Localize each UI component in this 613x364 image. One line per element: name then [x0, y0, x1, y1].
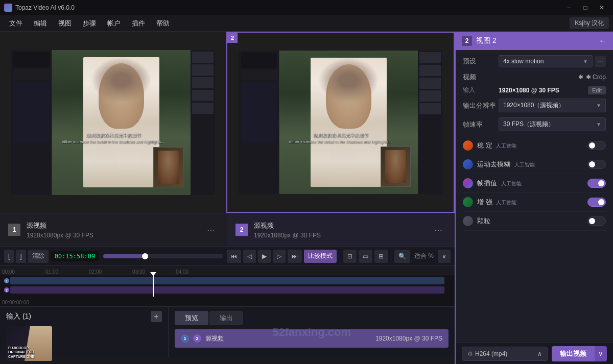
chevron-down-icon-fps: ▼ [596, 122, 601, 127]
menu-plugins[interactable]: 插件 [127, 17, 150, 30]
bracket-open-btn[interactable]: [ [4, 250, 14, 263]
settings-arrow-btn[interactable]: ← [599, 36, 607, 45]
preset-more-btn[interactable]: ··· [595, 56, 606, 67]
video-content-2: 期则加剧彩和高光中的细节 either increase the detail … [227, 33, 454, 212]
motion-blur-icon [463, 159, 473, 169]
input-info-value: 1920×1080 @ 30 FPS [499, 87, 588, 94]
input-thumbnail[interactable]: FUJICOLOR ORIGINAL FOR CAPTURE ONE [6, 326, 52, 361]
tab-output[interactable]: 输出 [209, 311, 243, 325]
output-tabs: 预览 输出 [175, 311, 449, 325]
output-res-label: 输出分辨率 [463, 101, 499, 110]
thumb-text: FUJICOLOR ORIGINAL FOR CAPTURE ONE [8, 346, 34, 359]
preset-select[interactable]: 4x slow motion ▼ [499, 55, 593, 67]
video-panel-1[interactable]: 期则加剧彩和高光中的细节 either increase the detail … [0, 32, 226, 213]
maximize-button[interactable]: □ [578, 3, 593, 13]
export-video-button[interactable]: 输出视频 [552, 346, 595, 361]
info-badge-2: 2 [235, 224, 248, 236]
output-res-row: 输出分辨率 1920×1080（源视频） ▼ [463, 99, 606, 112]
timeline-track-2[interactable] [10, 286, 444, 294]
export-dropdown-button[interactable]: ∨ [595, 346, 607, 361]
video-info-1: 1 源视频 1920x1080px @ 30 FPS ⋯ [0, 213, 227, 246]
skip-start-btn[interactable]: ⏮ [227, 250, 241, 263]
frame-interpolation-label: 帧插值 人工智能 [477, 179, 587, 188]
info-more-1[interactable]: ⋯ [203, 223, 219, 237]
app-title: Topaz Video AI v6.0.0 [15, 4, 75, 11]
scrubber-thumb[interactable] [142, 253, 148, 259]
compare-mode-btn[interactable]: 比较模式 [304, 250, 337, 263]
vid-corner-person-1 [158, 151, 178, 184]
frame-rate-value: 30 FPS（源视频） [503, 120, 596, 129]
enhance-toggle[interactable] [587, 198, 606, 207]
vid-right-1 [191, 50, 215, 195]
motion-blur-toggle[interactable] [587, 160, 606, 169]
preset-control: 4x slow motion ▼ ··· [499, 55, 606, 67]
aspect-ratio-2-btn[interactable]: ▭ [359, 250, 372, 263]
output-res-select[interactable]: 1920×1080（源视频） ▼ [499, 99, 606, 112]
menu-account[interactable]: 帐户 [102, 17, 126, 30]
video-info-2: 2 源视频 1920x1080px @ 30 FPS ⋯ [227, 213, 455, 246]
frame-rate-select[interactable]: 30 FPS（源视频） ▼ [499, 117, 606, 131]
fullscreen-btn[interactable]: ⊞ [374, 250, 388, 263]
subtitles-2: 期则加剧彩和高光中的细节 either increase the detail … [227, 132, 454, 144]
frame-interpolation-toggle[interactable] [587, 179, 606, 188]
add-input-button[interactable]: + [151, 311, 162, 322]
step-fwd-btn[interactable]: ▷ [273, 250, 286, 263]
menu-file[interactable]: 文件 [4, 17, 28, 30]
menu-edit[interactable]: 编辑 [29, 17, 52, 30]
clear-btn[interactable]: 清除 [28, 250, 49, 263]
video-panel-2[interactable]: 期则加剧彩和高光中的细节 either increase the detail … [226, 32, 455, 213]
grain-label: 颗粒 [477, 216, 587, 226]
info-more-2[interactable]: ⋯ [430, 223, 446, 237]
stabilize-icon [463, 140, 473, 151]
menu-view[interactable]: 视图 [53, 17, 77, 30]
video-panels: 期则加剧彩和高光中的细节 either increase the detail … [0, 32, 455, 213]
tab-preview[interactable]: 预览 [175, 311, 208, 325]
chevron-down-icon-res: ▼ [596, 103, 601, 108]
vid-sidebar-1 [11, 50, 52, 195]
zoom-dropdown-btn[interactable]: ∨ [438, 250, 451, 263]
enhance-label: 增 强 人工智能 [477, 198, 587, 207]
scrubber-fill [103, 254, 145, 258]
close-button[interactable]: ✕ [595, 3, 609, 13]
info-res-2: 1920x1080px @ 30 FPS [254, 232, 430, 239]
feature-stabilize: 稳 定 人工智能 [463, 136, 606, 155]
chevron-up-icon: ∧ [537, 350, 542, 357]
play-btn[interactable]: ▶ [258, 250, 271, 263]
aspect-ratio-1-btn[interactable]: ⊡ [343, 250, 357, 263]
video-section-label: 视频 [463, 72, 476, 82]
timeline-playhead[interactable] [153, 275, 154, 297]
menu-steps[interactable]: 步骤 [78, 17, 101, 30]
timeline-ruler: 00:00 01:00 02:00 03:00 04:00 [0, 266, 455, 275]
timeline-badge-2: 2 [4, 287, 9, 293]
info-res-1: 1920x1080px @ 30 FPS [27, 232, 203, 239]
feature-motion-blur: 运动去模糊 人工智能 [463, 155, 606, 174]
output-res-control: 1920×1080（源视频） ▼ [499, 99, 606, 112]
stabilize-toggle[interactable] [587, 141, 606, 150]
zoom-out-btn[interactable]: 🔍 [394, 250, 410, 263]
format-select[interactable]: ⚙ H264 (mp4) ∧ [462, 347, 548, 361]
edit-input-button[interactable]: Edit [588, 86, 606, 94]
info-label-2: 源视频 [254, 221, 430, 230]
feature-frame-interpolation: 帧插值 人工智能 [463, 174, 606, 193]
crop-button[interactable]: ✱ ✱ Crop [578, 74, 606, 81]
vid-sidebar-2 [239, 51, 279, 194]
frame-rate-control: 30 FPS（源视频） ▼ [499, 117, 606, 131]
video-inner-2 [239, 51, 442, 194]
input-panel-header: 输入 (1) + [6, 311, 162, 322]
grain-toggle[interactable] [587, 216, 606, 226]
timeline-tracks[interactable]: 1 2 [0, 275, 455, 297]
frame-rate-row: 帧速率 30 FPS（源视频） ▼ [463, 117, 606, 131]
step-back-btn[interactable]: ◁ [243, 250, 256, 263]
scrubber[interactable] [103, 254, 223, 258]
settings-header: 2 视图 2 ← [456, 32, 613, 50]
timeline-track-1[interactable] [10, 277, 444, 284]
feature-grain: 颗粒 [463, 212, 606, 231]
menu-help[interactable]: 帮助 [151, 17, 175, 30]
bracket-close-btn[interactable]: ] [16, 250, 26, 263]
skip-end-btn[interactable]: ⏭ [288, 250, 302, 263]
minimize-button[interactable]: – [562, 3, 576, 13]
video-area: 期则加剧彩和高光中的细节 either increase the detail … [0, 32, 455, 364]
preset-row: 预设 4x slow motion ▼ ··· [463, 55, 606, 67]
zoom-label: 适合 % [412, 252, 436, 260]
settings-panel-num: 2 [462, 36, 472, 46]
